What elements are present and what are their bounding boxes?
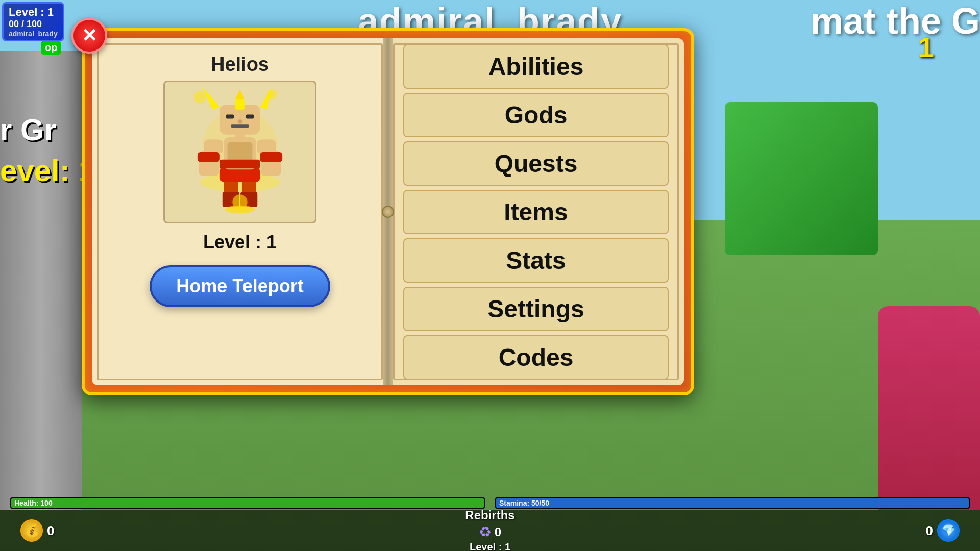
svg-rect-20 — [231, 124, 249, 128]
svg-marker-25 — [235, 90, 245, 100]
gold-section: 💰 0 — [20, 519, 255, 542]
rebirths-value-row: ♻ 0 — [479, 523, 501, 540]
close-icon: ✕ — [82, 27, 97, 45]
svg-rect-21 — [238, 119, 242, 123]
svg-rect-8 — [228, 142, 253, 162]
menu-item-abilities[interactable]: Abilities — [403, 44, 669, 89]
rebirths-label: Rebirths — [465, 508, 514, 522]
gold-icon: 💰 — [20, 519, 43, 542]
svg-point-26 — [194, 91, 206, 103]
svg-point-29 — [225, 206, 255, 214]
blue-value: 0 — [926, 523, 933, 539]
stamina-bar: Stamina: 50/50 — [495, 497, 970, 509]
svg-rect-12 — [198, 152, 220, 162]
gold-value: 0 — [47, 523, 54, 539]
right-number: 1 — [918, 31, 934, 64]
book-container: Helios — [82, 28, 694, 395]
book-outer: Helios — [82, 28, 694, 395]
spine-circle — [382, 206, 394, 218]
menu-item-settings[interactable]: Settings — [403, 287, 669, 331]
svg-rect-15 — [260, 152, 282, 162]
menu-item-quests[interactable]: Quests — [403, 141, 669, 186]
level-text: Level : 1 — [9, 6, 58, 19]
health-bar: Health: 100 — [10, 497, 485, 509]
green-area — [725, 102, 878, 255]
level-badge: Level : 1 00 / 100 admiral_brady — [2, 2, 64, 41]
svg-rect-18 — [226, 115, 234, 119]
left-page: Helios — [92, 38, 388, 385]
right-page: Abilities Gods Quests Items Stats Settin… — [388, 38, 684, 385]
character-portrait — [163, 81, 316, 223]
svg-rect-19 — [246, 115, 254, 119]
left-text-2: evel: 1 — [0, 153, 95, 188]
menu-item-stats[interactable]: Stats — [403, 238, 669, 283]
rebirths-icon: ♻ — [479, 523, 492, 540]
pink-creature — [878, 306, 980, 510]
menu-item-gods[interactable]: Gods — [403, 93, 669, 137]
character-level: Level : 1 — [203, 232, 277, 253]
svg-rect-24 — [235, 99, 245, 110]
stamina-label: Stamina: 50/50 — [496, 499, 552, 507]
blue-gem-icon: 💎 — [937, 519, 960, 542]
hp-text: 00 / 100 — [9, 19, 58, 30]
rebirths-section: Rebirths ♻ 0 Level : 1 — [255, 508, 725, 551]
level-display: Level : 1 — [470, 541, 510, 551]
hud-top-left: Level : 1 00 / 100 admiral_brady — [0, 0, 66, 43]
svg-rect-9 — [220, 160, 260, 169]
left-text-1: r Gr — [0, 112, 56, 147]
book-spine — [383, 38, 393, 385]
home-teleport-button[interactable]: Home Teleport — [150, 265, 330, 307]
bottom-hud: 💰 0 Rebirths ♻ 0 Level : 1 0 💎 — [0, 510, 980, 551]
book-inner: Helios — [92, 38, 684, 385]
username-small: admiral_brady — [9, 30, 58, 38]
menu-item-items[interactable]: Items — [403, 190, 669, 234]
close-button[interactable]: ✕ — [71, 18, 107, 54]
health-label: Health: 100 — [11, 499, 56, 507]
rebirths-count: 0 — [495, 525, 501, 539]
op-badge: op — [41, 41, 61, 55]
character-svg — [165, 82, 315, 222]
character-name: Helios — [211, 54, 269, 76]
menu-item-codes[interactable]: Codes — [403, 335, 669, 380]
top-right-text: mat the G — [811, 0, 980, 42]
blue-section: 0 💎 — [725, 519, 960, 542]
svg-point-27 — [267, 90, 278, 100]
